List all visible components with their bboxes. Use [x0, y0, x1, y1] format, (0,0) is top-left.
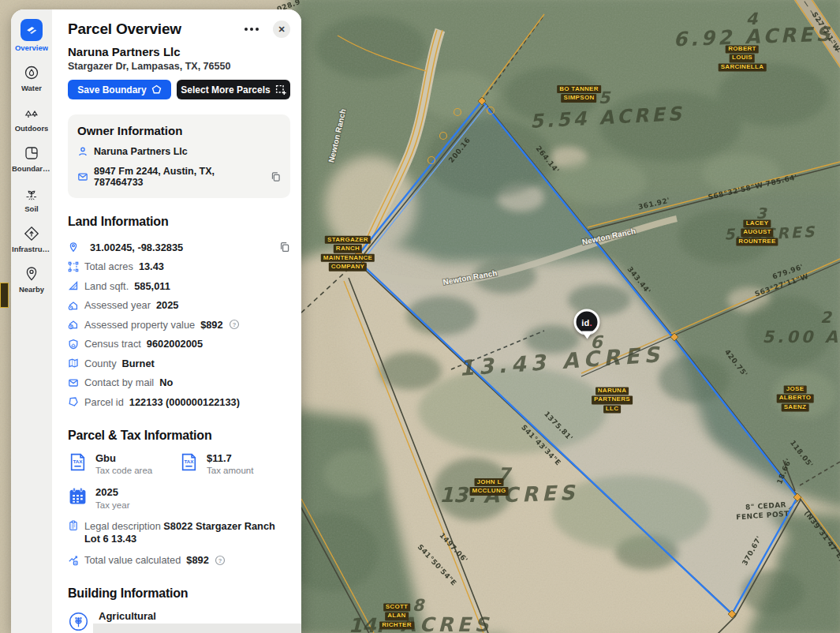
tax-document-icon: TAX	[68, 452, 88, 472]
copy-icon[interactable]	[279, 242, 290, 253]
owner-label-robert-louis-sarcinella[interactable]: ROBERT LOUIS SARCINELLA	[719, 45, 767, 71]
owner-label-lacey-august-rountree[interactable]: LACEY AUGUST ROUNTREE	[736, 219, 778, 245]
tax-document-icon: TAX	[179, 452, 199, 472]
house-dollar-icon: $	[68, 319, 79, 330]
person-icon	[77, 146, 88, 157]
trend-calculator-icon	[68, 555, 79, 566]
owner-label-john-l-mcclung[interactable]: JOHN L MCCLUNG	[470, 478, 509, 496]
mail-icon	[68, 377, 79, 388]
selection-icon	[68, 261, 79, 272]
nearby-pin-icon	[23, 265, 40, 283]
parcel-address: Stargazer Dr, Lampasas, TX, 76550	[68, 61, 290, 72]
county-row: CountyBurnet	[68, 354, 290, 373]
svg-text:5.00 AC: 5.00 AC	[763, 328, 840, 346]
contact-by-mail-row: Contact by mailNo	[68, 373, 290, 393]
tax-year-card: 2025Tax year	[68, 486, 179, 510]
mailing-address-value: 8947 Fm 2244, Austin, TX, 787464733	[94, 166, 259, 188]
total-acres-row: Total acres13.43	[68, 257, 290, 277]
infrastructure-icon	[23, 225, 40, 242]
panel-content: Parcel Overview ✕ Naruna Partners Llc St…	[52, 9, 301, 633]
sidebar-item-outdoors[interactable]: Outdoors	[15, 104, 49, 133]
house-clock-icon	[68, 300, 79, 311]
svg-text:ACRES: ACRES	[400, 613, 492, 633]
overview-icon	[21, 19, 43, 41]
parcel-owner-name: Naruna Partners Llc	[68, 45, 290, 58]
svg-text:8: 8	[413, 596, 426, 615]
total-value-calculated-row: Total value calculated$892 ?	[68, 551, 290, 571]
help-icon[interactable]: ?	[215, 555, 226, 566]
census-tract-row: Census tract9602002005	[68, 335, 290, 354]
svg-text:?: ?	[218, 557, 222, 564]
building-information-heading: Building Information	[68, 586, 290, 601]
area-ruler-icon	[68, 280, 79, 291]
land-information-heading: Land Information	[68, 215, 290, 229]
owner-info-heading: Owner Information	[77, 124, 281, 137]
copy-icon[interactable]	[271, 171, 281, 182]
help-icon[interactable]: ?	[229, 319, 240, 330]
sidebar-item-overview[interactable]: Overview	[15, 19, 48, 52]
sidebar-item-infrastructure[interactable]: Infrastruc...	[12, 225, 51, 253]
svg-text:TAX: TAX	[73, 459, 83, 464]
assessed-property-value-row: $ Assessed property value$892 ?	[68, 315, 290, 335]
panel-footer-strip[interactable]	[93, 624, 301, 633]
more-options-button[interactable]	[241, 24, 262, 34]
owner-label-stargazer-ranch[interactable]: STARGAZER RANCH MAINTENANCE COMPANY	[321, 236, 375, 272]
clipboard-icon	[68, 520, 79, 531]
trees-icon	[23, 104, 40, 122]
sidebar-item-nearby[interactable]: Nearby	[19, 265, 44, 294]
coordinates-row: 31.00245, -98.32835	[68, 238, 290, 257]
pin-tail	[581, 331, 592, 345]
add-parcel-icon	[275, 84, 286, 96]
select-more-parcels-button[interactable]: Select More Parcels	[177, 80, 290, 99]
legal-description-row: Legal description S8022 Stargazer Ranch …	[68, 520, 290, 545]
parcel-polygon-icon	[68, 396, 79, 407]
mail-icon	[77, 171, 88, 182]
location-pin-icon	[68, 242, 79, 253]
tool-rail: Overview Water Outdoors Boundaries Soil …	[11, 9, 52, 633]
parcel-tax-heading: Parcel & Tax Information	[68, 429, 290, 443]
water-icon	[23, 64, 40, 81]
sidebar-item-boundaries[interactable]: Boundaries	[12, 144, 51, 173]
tax-amount-card: TAX $11.7Tax amount	[179, 452, 290, 476]
sidebar-item-water[interactable]: Water	[21, 64, 42, 92]
land-sqft-row: Land sqft.585,011	[68, 276, 290, 296]
agricultural-icon	[68, 611, 89, 632]
svg-text:TAX: TAX	[184, 459, 194, 464]
parcel-pin[interactable]: id.	[574, 309, 600, 335]
calendar-icon	[68, 486, 88, 506]
svg-text:?: ?	[232, 321, 236, 328]
land-information-rows: 31.00245, -98.32835 Total acres13.43 Lan…	[68, 238, 290, 412]
owner-label-scott-alan-richter[interactable]: SCOTT ALAN RICHTER	[379, 603, 414, 629]
owner-label-bo-tanner-simpson[interactable]: BO TANNER SIMPSON	[557, 85, 601, 103]
svg-text:14.: 14.	[349, 614, 383, 633]
svg-text:2: 2	[820, 308, 833, 327]
close-icon[interactable]: ✕	[273, 21, 290, 38]
tax-code-card: TAX GbuTax code area	[68, 452, 179, 476]
owner-information-card: Owner Information Naruna Partners Llc 89…	[68, 114, 290, 198]
owner-label-naruna-partners-llc[interactable]: NARUNA PARTNERS LLC	[592, 387, 633, 413]
boundaries-icon	[23, 144, 40, 162]
polygon-icon	[151, 84, 162, 95]
sidebar-item-soil[interactable]: Soil	[23, 185, 40, 213]
county-map-icon	[68, 358, 79, 369]
parcel-overview-card: Overview Water Outdoors Boundaries Soil …	[11, 9, 301, 633]
clipped-map-label	[0, 283, 9, 308]
soil-icon	[23, 185, 40, 202]
owner-label-jose-alberto-saenz[interactable]: JOSE ALBERTO SAENZ	[777, 385, 814, 411]
tax-grid: TAX GbuTax code area TAX $11.7Tax amount…	[68, 452, 290, 510]
owner-name-value: Naruna Partners Llc	[94, 146, 188, 157]
page-title: Parcel Overview	[68, 21, 241, 38]
save-boundary-button[interactable]: Save Boundary	[68, 80, 171, 99]
house-badge-icon	[68, 339, 79, 350]
assessed-year-row: Assessed year2025	[68, 296, 290, 316]
parcel-id-row: Parcel id122133 (000000122133)	[68, 392, 290, 412]
